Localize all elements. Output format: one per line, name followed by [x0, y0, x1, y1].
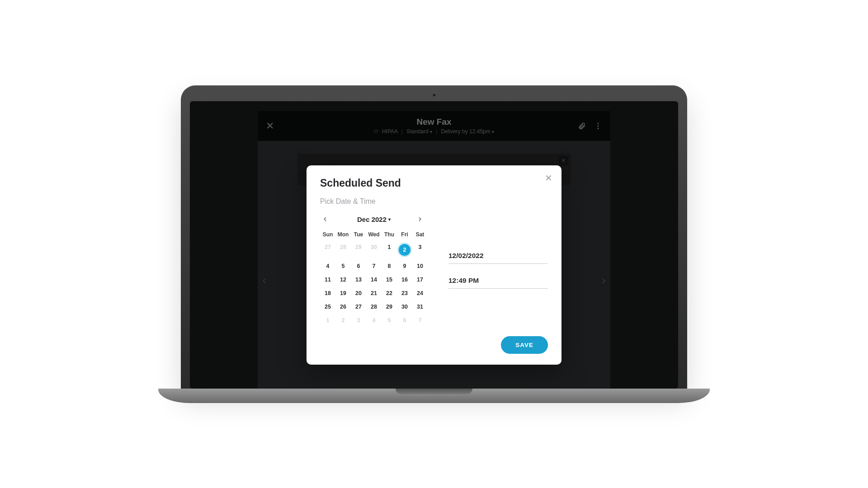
calendar-dow: Sun	[320, 229, 335, 240]
calendar-day[interactable]: 12	[335, 273, 351, 286]
laptop-base	[158, 389, 710, 403]
calendar-day: 3	[351, 314, 366, 327]
calendar-day[interactable]: 11	[320, 273, 335, 286]
datetime-fields	[448, 215, 548, 327]
calendar-day[interactable]: 8	[382, 259, 397, 273]
calendar-day[interactable]: 7	[366, 259, 382, 273]
calendar-day: 4	[366, 314, 382, 327]
scheduled-send-modal: ✕ Scheduled Send Pick Date & Time Dec 20…	[307, 165, 561, 365]
modal-title: Scheduled Send	[320, 177, 548, 189]
calendar-day[interactable]: 9	[397, 259, 412, 273]
calendar-day[interactable]: 15	[382, 273, 397, 286]
calendar-header: Dec 2022▾	[320, 215, 428, 224]
calendar-day[interactable]: 2	[397, 240, 412, 259]
calendar-day[interactable]: 30	[397, 300, 412, 314]
calendar-day: 29	[351, 240, 366, 259]
calendar-day[interactable]: 20	[351, 286, 366, 300]
calendar-dow: Wed	[366, 229, 382, 240]
calendar-day: 28	[335, 240, 351, 259]
calendar-dow: Fri	[397, 229, 412, 240]
calendar-day[interactable]: 17	[412, 273, 428, 286]
calendar-day: 1	[320, 314, 335, 327]
calendar-dow: Tue	[351, 229, 366, 240]
calendar-day[interactable]: 14	[366, 273, 382, 286]
modal-close-icon[interactable]: ✕	[545, 174, 552, 183]
calendar: Dec 2022▾ SunMonTueWedThuFriSat272829301…	[320, 215, 428, 327]
calendar-day: 6	[397, 314, 412, 327]
calendar-day[interactable]: 24	[412, 286, 428, 300]
calendar-day[interactable]: 31	[412, 300, 428, 314]
calendar-day[interactable]: 3	[412, 240, 428, 259]
calendar-day[interactable]: 19	[335, 286, 351, 300]
calendar-day[interactable]: 4	[320, 259, 335, 273]
modal-footer: SAVE	[320, 336, 548, 354]
calendar-day[interactable]: 22	[382, 286, 397, 300]
calendar-day: 5	[382, 314, 397, 327]
calendar-day[interactable]: 16	[397, 273, 412, 286]
calendar-day[interactable]: 6	[351, 259, 366, 273]
calendar-day: 27	[320, 240, 335, 259]
laptop-mockup: ✕ New Fax 🛡 HIPAA | Standard ▾ | Deliver…	[181, 85, 687, 403]
calendar-day[interactable]: 1	[382, 240, 397, 259]
chevron-down-icon: ▾	[388, 217, 391, 222]
modal-subtitle: Pick Date & Time	[320, 197, 548, 206]
calendar-day[interactable]: 21	[366, 286, 382, 300]
calendar-day[interactable]: 5	[335, 259, 351, 273]
calendar-day[interactable]: 29	[382, 300, 397, 314]
calendar-month-dropdown[interactable]: Dec 2022▾	[357, 216, 391, 223]
calendar-dow: Mon	[335, 229, 351, 240]
calendar-day: 30	[366, 240, 382, 259]
calendar-day: 2	[335, 314, 351, 327]
save-button[interactable]: SAVE	[501, 336, 548, 354]
laptop-camera	[433, 94, 436, 97]
calendar-dow: Thu	[382, 229, 397, 240]
calendar-prev-icon[interactable]	[322, 216, 331, 222]
calendar-grid: SunMonTueWedThuFriSat2728293012345678910…	[320, 229, 428, 327]
calendar-day[interactable]: 28	[366, 300, 382, 314]
calendar-day[interactable]: 27	[351, 300, 366, 314]
calendar-dow: Sat	[412, 229, 428, 240]
calendar-day[interactable]: 13	[351, 273, 366, 286]
calendar-day[interactable]: 26	[335, 300, 351, 314]
calendar-day[interactable]: 23	[397, 286, 412, 300]
app-screen: ✕ New Fax 🛡 HIPAA | Standard ▾ | Deliver…	[190, 101, 678, 389]
calendar-day[interactable]: 25	[320, 300, 335, 314]
calendar-day[interactable]: 10	[412, 259, 428, 273]
laptop-screen-frame: ✕ New Fax 🛡 HIPAA | Standard ▾ | Deliver…	[181, 85, 687, 389]
date-input[interactable]	[448, 248, 548, 264]
time-input[interactable]	[448, 273, 548, 289]
calendar-day[interactable]: 18	[320, 286, 335, 300]
calendar-next-icon[interactable]	[417, 216, 426, 222]
calendar-day: 7	[412, 314, 428, 327]
